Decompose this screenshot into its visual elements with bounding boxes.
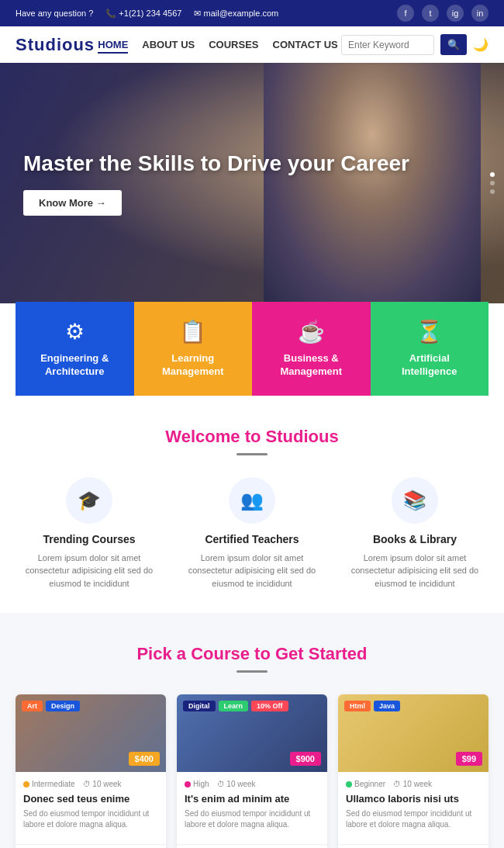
level-dot-3 (346, 781, 352, 787)
feature-trending: 🎓 Trending Courses Lorem ipsum dolor sit… (16, 477, 163, 590)
course-image-2: Digital Learn 10% Off $900 (177, 694, 327, 772)
section-divider (236, 453, 268, 455)
course-image-3: Html Java $99 (338, 694, 488, 772)
slider-dot-3[interactable] (490, 189, 495, 194)
learning-label: LearningManagement (162, 352, 223, 379)
course-card-2: Digital Learn 10% Off $900 High ⏱ 10 wee… (177, 694, 327, 848)
tag-java: Java (374, 701, 400, 711)
course-tags-2: Digital Learn 10% Off (183, 701, 288, 711)
category-business[interactable]: ☕ Business &Management (252, 302, 371, 396)
hero-content: Master the Skills to Drive your Career K… (0, 151, 433, 216)
tag-art: Art (22, 701, 43, 711)
level-dot-1 (23, 781, 29, 787)
course-meta-3: Beginner ⏱ 10 week (346, 780, 481, 788)
nav-courses[interactable]: COURSES (209, 39, 258, 50)
course-duration-1: ⏱ 10 week (83, 780, 122, 788)
feature-library: 📚 Books & Library Lorem ipsum dolor sit … (341, 477, 488, 590)
slider-dot-1[interactable] (490, 172, 495, 177)
top-bar-socials: f t ig in (397, 5, 488, 22)
course-level-2: High (185, 780, 209, 788)
tag-digital: Digital (183, 701, 216, 711)
course-meta-2: High ⏱ 10 week (185, 780, 319, 788)
courses-title: Pick a Course to Get Started (16, 644, 488, 664)
courses-section: Pick a Course to Get Started Art Design … (0, 613, 504, 848)
learning-icon: 📋 (179, 319, 206, 344)
course-body-1: Intermediate ⏱ 10 week Donec sed teus en… (16, 772, 166, 844)
course-title-2: It's enim ad minim ate (185, 793, 319, 805)
linkedin-icon[interactable]: in (471, 5, 488, 22)
nav-home[interactable]: HOME (98, 39, 128, 50)
categories-section: ⚙ Engineering &Architecture 📋 LearningMa… (16, 302, 488, 396)
hero-slider-dots (490, 172, 495, 194)
course-body-2: High ⏱ 10 week It's enim ad minim ate Se… (177, 772, 327, 844)
business-label: Business &Management (281, 352, 342, 379)
nav-links: HOME ABOUT US COURSES CONTACT US (98, 39, 337, 50)
tag-discount: 10% Off (251, 701, 288, 711)
library-desc: Lorem ipsum dolor sit amet consectetur a… (341, 552, 488, 590)
welcome-title: Welcome to Studious (16, 427, 488, 447)
courses-grid: Art Design $400 Intermediate ⏱ 10 week D… (16, 694, 488, 848)
category-ai[interactable]: ⏳ ArtificialIntelligence (371, 302, 489, 396)
instagram-icon[interactable]: ig (447, 5, 464, 22)
course-duration-3: ⏱ 10 week (393, 780, 432, 788)
top-bar: Have any question ? 📞 +1(21) 234 4567 ✉ … (0, 0, 504, 26)
top-bar-contact: Have any question ? 📞 +1(21) 234 4567 ✉ … (16, 9, 278, 19)
category-learning[interactable]: 📋 LearningManagement (134, 302, 253, 396)
engineering-icon: ⚙ (65, 319, 85, 344)
level-dot-2 (185, 781, 191, 787)
course-desc-1: Sed do eiusmod tempor incididunt ut labo… (23, 808, 158, 830)
category-engineering[interactable]: ⚙ Engineering &Architecture (16, 302, 134, 396)
trending-title: Trending Courses (16, 533, 163, 545)
course-footer-3: ★★★★★ Know Details → (338, 844, 488, 848)
features-grid: 🎓 Trending Courses Lorem ipsum dolor sit… (16, 477, 488, 590)
library-title: Books & Library (341, 533, 488, 545)
tag-html: Html (344, 701, 371, 711)
tag-design: Design (46, 701, 80, 711)
course-body-3: Beginner ⏱ 10 week Ullamco laboris nisi … (338, 772, 488, 844)
facebook-icon[interactable]: f (397, 5, 414, 22)
slider-dot-2[interactable] (490, 181, 495, 185)
course-image-1: Art Design $400 (16, 694, 166, 772)
top-bar-phone: 📞 +1(21) 234 4567 (105, 9, 181, 19)
top-bar-email: ✉ mail@example.com (194, 9, 278, 19)
course-duration-2: ⏱ 10 week (217, 780, 256, 788)
business-icon: ☕ (298, 319, 325, 344)
nav-about[interactable]: ABOUT US (142, 39, 195, 50)
course-footer-1: ★★★★★ Know Details → (16, 844, 166, 848)
course-level-1: Intermediate (23, 780, 75, 788)
hero-cta-button[interactable]: Know More → (23, 190, 122, 216)
course-desc-2: Sed do eiusmod tempor incididunt ut labo… (185, 808, 319, 830)
teachers-desc: Lorem ipsum dolor sit amet consectetur a… (178, 552, 326, 590)
course-tags-1: Art Design (22, 701, 80, 711)
engineering-label: Engineering &Architecture (40, 352, 109, 379)
course-card-3: Html Java $99 Beginner ⏱ 10 week Ullamco… (338, 694, 488, 848)
feature-teachers: 👥 Certified Teachers Lorem ipsum dolor s… (178, 477, 326, 590)
hero-section: Master the Skills to Drive your Career K… (0, 63, 504, 303)
ai-label: ArtificialIntelligence (402, 352, 457, 379)
course-meta-1: Intermediate ⏱ 10 week (23, 780, 158, 788)
twitter-icon[interactable]: t (422, 5, 439, 22)
navbar: Studious HOME ABOUT US COURSES CONTACT U… (0, 26, 504, 63)
welcome-section: Welcome to Studious 🎓 Trending Courses L… (0, 396, 504, 614)
search-input[interactable] (341, 35, 434, 55)
course-tags-3: Html Java (344, 701, 400, 711)
course-price-2: $900 (290, 752, 321, 766)
site-logo[interactable]: Studious (16, 35, 95, 55)
course-footer-2: ★★★★★ Know Details → (177, 844, 327, 848)
search-button[interactable]: 🔍 (440, 34, 467, 55)
course-title-1: Donec sed teus enime (23, 793, 158, 805)
course-price-3: $99 (456, 752, 482, 766)
trending-icon: 🎓 (66, 477, 112, 524)
nav-contact[interactable]: CONTACT US (273, 39, 338, 50)
library-icon: 📚 (392, 477, 438, 524)
course-card-1: Art Design $400 Intermediate ⏱ 10 week D… (16, 694, 166, 848)
dark-mode-button[interactable]: 🌙 (473, 37, 488, 52)
hero-title: Master the Skills to Drive your Career (23, 151, 409, 177)
teachers-title: Certified Teachers (178, 533, 326, 545)
courses-divider (236, 670, 268, 673)
nav-right: 🔍 🌙 (341, 34, 488, 55)
course-title-3: Ullamco laboris nisi uts (346, 793, 481, 805)
tag-learn: Learn (219, 701, 249, 711)
top-bar-question: Have any question ? (16, 9, 93, 18)
course-price-1: $400 (129, 752, 160, 766)
